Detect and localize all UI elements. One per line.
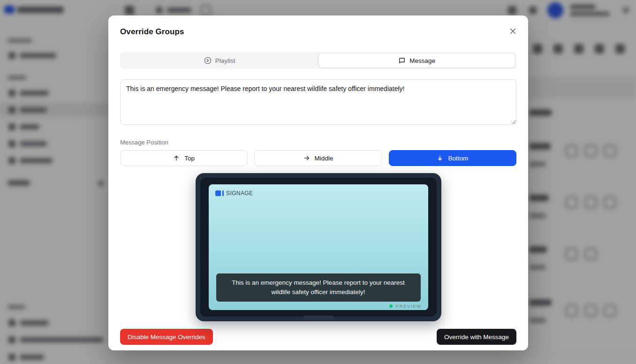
tab-message[interactable]: Message <box>319 53 515 68</box>
pisignage-logo: SIGNAGE <box>215 190 253 197</box>
disable-message-overrides-button[interactable]: Disable Message Overrides <box>120 329 213 345</box>
modal-title: Override Groups <box>120 27 516 37</box>
tab-label: Playlist <box>215 57 235 64</box>
override-with-message-button[interactable]: Override with Message <box>437 329 516 345</box>
tv-stand-notch <box>303 316 333 320</box>
position-top-button[interactable]: Top <box>120 150 248 166</box>
override-groups-modal: Override Groups Playlist Message This <box>108 15 528 350</box>
preview-status-badge: PREVIEW <box>389 303 421 309</box>
tab-label: Message <box>409 57 435 64</box>
arrow-down-icon <box>437 155 443 161</box>
chat-bubble-icon <box>398 57 406 64</box>
tab-playlist[interactable]: Playlist <box>121 53 318 68</box>
preview-section: SIGNAGE This is an emergency message! Pl… <box>120 173 516 321</box>
preview-screen: SIGNAGE This is an emergency message! Pl… <box>209 184 428 310</box>
position-middle-button[interactable]: Middle <box>254 150 382 166</box>
arrow-up-icon <box>173 155 180 161</box>
position-label: Bottom <box>448 155 468 162</box>
arrow-right-icon <box>303 155 310 161</box>
modal-footer: Disable Message Overrides Override with … <box>120 329 516 345</box>
status-dot-icon <box>389 304 393 308</box>
position-label: Middle <box>315 155 333 162</box>
play-circle-icon <box>204 57 212 64</box>
logo-i-glyph <box>222 190 224 196</box>
close-icon <box>509 28 516 35</box>
tab-switcher: Playlist Message <box>120 52 516 69</box>
status-label: PREVIEW <box>395 303 421 309</box>
logo-wordmark: SIGNAGE <box>226 190 253 197</box>
close-button[interactable] <box>507 25 519 37</box>
logo-p-glyph <box>215 190 221 196</box>
position-bottom-button[interactable]: Bottom <box>389 150 516 166</box>
preview-message-overlay: This is an emergency message! Please rep… <box>216 273 421 302</box>
position-label: Top <box>184 155 195 162</box>
message-input[interactable]: This is an emergency message! Please rep… <box>120 79 516 125</box>
message-position-label: Message Position <box>120 139 516 146</box>
position-options: Top Middle Bottom <box>120 150 516 166</box>
tv-frame: SIGNAGE This is an emergency message! Pl… <box>196 173 441 321</box>
